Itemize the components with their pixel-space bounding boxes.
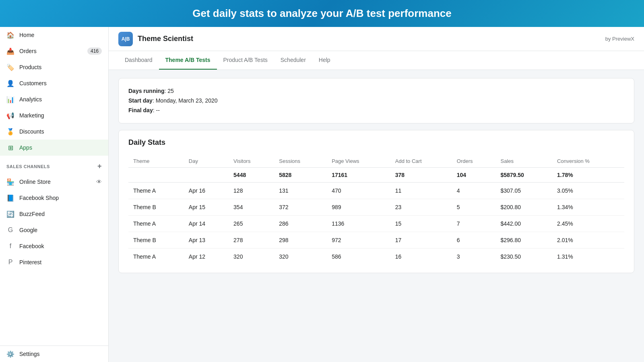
customers-icon: 👤 xyxy=(6,79,14,87)
row-visitors: 354 xyxy=(229,199,274,216)
row-orders: 4 xyxy=(452,183,496,199)
days-running-value: 25 xyxy=(167,88,174,94)
final-day-value: -- xyxy=(156,107,159,113)
tab-product-ab[interactable]: Product A/B Tests xyxy=(217,51,274,70)
sales-channel-label-facebook: Facebook xyxy=(19,243,44,249)
tab-theme-ab[interactable]: Theme A/B Tests xyxy=(159,51,217,70)
sales-channels-title: SALES CHANNELS xyxy=(6,164,50,169)
sidebar-label-orders: Orders xyxy=(19,48,37,54)
sidebar-item-apps[interactable]: ⊞ Apps xyxy=(0,140,108,156)
days-running-line: Days running: 25 xyxy=(128,86,624,96)
tab-dashboard[interactable]: Dashboard xyxy=(118,51,159,70)
row-sales: $307.05 xyxy=(495,183,552,199)
row-add-to-cart: 15 xyxy=(390,216,452,232)
row-conversion: 3.05% xyxy=(552,183,624,199)
sidebar-label-analytics: Analytics xyxy=(19,96,42,103)
pinterest-icon: P xyxy=(6,258,14,266)
col-header-add-to-cart: Add to Cart xyxy=(390,155,452,168)
col-header-sessions: Sessions xyxy=(274,155,327,168)
row-visitors: 128 xyxy=(229,183,274,199)
col-header-sales: Sales xyxy=(495,155,552,168)
tabs-bar: DashboardTheme A/B TestsProduct A/B Test… xyxy=(109,51,644,70)
sidebar-item-settings[interactable]: ⚙️ Settings xyxy=(0,346,108,362)
row-sales: $296.80 xyxy=(495,232,552,249)
row-conversion: 1.31% xyxy=(552,249,624,265)
settings-icon: ⚙️ xyxy=(6,350,14,358)
app-title: Theme Scientist xyxy=(138,35,193,43)
row-sales: $230.50 xyxy=(495,249,552,265)
sidebar-item-buzzfeed[interactable]: 🔄 BuzzFeed xyxy=(0,206,108,222)
row-page-views: 972 xyxy=(327,232,390,249)
row-page-views: 470 xyxy=(327,183,390,199)
col-header-day: Day xyxy=(184,155,229,168)
row-sessions: 320 xyxy=(274,249,327,265)
app-logo: A|B xyxy=(118,32,133,46)
sidebar-item-marketing[interactable]: 📢 Marketing xyxy=(0,107,108,123)
online-store-icon: 🏪 xyxy=(6,178,14,186)
sidebar-item-products[interactable]: 🏷️ Products xyxy=(0,59,108,75)
sidebar-item-facebook-shop[interactable]: 📘 Facebook Shop xyxy=(0,190,108,206)
row-orders: 3 xyxy=(452,249,496,265)
tab-help[interactable]: Help xyxy=(312,51,337,70)
row-orders: 5 xyxy=(452,199,496,216)
col-header-page-views: Page Views xyxy=(327,155,390,168)
days-running-label: Days running xyxy=(128,88,164,94)
table-row: Theme B Apr 15 354 372 989 23 5 $200.80 … xyxy=(128,199,624,216)
marketing-icon: 📢 xyxy=(6,111,14,119)
row-day: Apr 13 xyxy=(184,232,229,249)
discounts-icon: 🏅 xyxy=(6,128,14,136)
final-day-line: Final day: -- xyxy=(128,106,624,115)
row-sessions: 298 xyxy=(274,232,327,249)
row-orders: 7 xyxy=(452,216,496,232)
facebook-shop-icon: 📘 xyxy=(6,194,14,202)
buzzfeed-icon: 🔄 xyxy=(6,210,14,218)
add-sales-channel-icon[interactable]: + xyxy=(97,162,102,171)
sidebar-item-online-store[interactable]: 🏪 Online Store 👁 xyxy=(0,174,108,190)
table-row: Theme B Apr 13 278 298 972 17 6 $296.80 … xyxy=(128,232,624,249)
sidebar-item-analytics[interactable]: 📊 Analytics xyxy=(0,91,108,107)
test-info-card: Days running: 25 Start day: Monday, Marc… xyxy=(118,78,634,123)
sidebar-label-home: Home xyxy=(19,32,34,38)
sidebar: 🏠 Home 📥 Orders 416 🏷️ Products 👤 Custom… xyxy=(0,27,109,362)
row-sales: $442.00 xyxy=(495,216,552,232)
totals-add-to-cart: 378 xyxy=(390,168,452,183)
totals-sales: $5879.50 xyxy=(495,168,552,183)
row-conversion: 2.45% xyxy=(552,216,624,232)
sales-channels-section: SALES CHANNELS + xyxy=(0,156,108,174)
eye-icon[interactable]: 👁 xyxy=(96,179,102,185)
col-header-theme: Theme xyxy=(128,155,184,168)
sales-channel-label-pinterest: Pinterest xyxy=(19,259,41,265)
sidebar-item-customers[interactable]: 👤 Customers xyxy=(0,75,108,91)
row-theme: Theme A xyxy=(128,249,184,265)
row-sessions: 131 xyxy=(274,183,327,199)
sidebar-item-pinterest[interactable]: P Pinterest xyxy=(0,254,108,270)
sales-channel-label-facebook-shop: Facebook Shop xyxy=(19,195,59,201)
daily-stats-card: Daily Stats ThemeDayVisitorsSessionsPage… xyxy=(118,130,634,273)
row-conversion: 2.01% xyxy=(552,232,624,249)
sidebar-item-facebook[interactable]: f Facebook xyxy=(0,238,108,254)
settings-label: Settings xyxy=(19,351,40,357)
row-visitors: 320 xyxy=(229,249,274,265)
sidebar-item-google[interactable]: G Google xyxy=(0,222,108,238)
totals-orders: 104 xyxy=(452,168,496,183)
tab-scheduler[interactable]: Scheduler xyxy=(274,51,312,70)
totals-row: 5448 5828 17161 378 104 $5879.50 1.78% xyxy=(128,168,624,183)
home-icon: 🏠 xyxy=(6,31,14,39)
banner-text: Get daily stats to analyze your A/B test… xyxy=(192,7,451,19)
col-header-conversion-pct: Conversion % xyxy=(552,155,624,168)
sidebar-item-home[interactable]: 🏠 Home xyxy=(0,27,108,43)
totals-sessions: 5828 xyxy=(274,168,327,183)
sidebar-label-apps: Apps xyxy=(19,144,32,151)
apps-icon: ⊞ xyxy=(6,144,14,152)
row-theme: Theme B xyxy=(128,232,184,249)
start-day-label: Start day xyxy=(128,97,153,104)
row-conversion: 1.34% xyxy=(552,199,624,216)
app-header: A|B Theme Scientist by PreviewX xyxy=(109,27,644,51)
row-day: Apr 16 xyxy=(184,183,229,199)
col-header-visitors: Visitors xyxy=(229,155,274,168)
row-add-to-cart: 11 xyxy=(390,183,452,199)
sidebar-item-discounts[interactable]: 🏅 Discounts xyxy=(0,123,108,140)
sidebar-item-orders[interactable]: 📥 Orders 416 xyxy=(0,43,108,59)
products-icon: 🏷️ xyxy=(6,63,14,71)
row-page-views: 586 xyxy=(327,249,390,265)
